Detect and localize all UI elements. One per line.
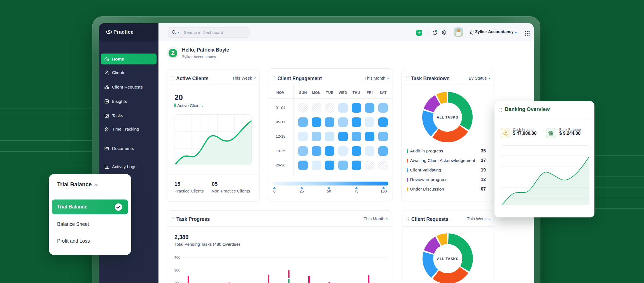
svg-text:ALL TASKS: ALL TASKS xyxy=(437,257,458,261)
svg-text:ALL TASKS: ALL TASKS xyxy=(437,115,458,119)
